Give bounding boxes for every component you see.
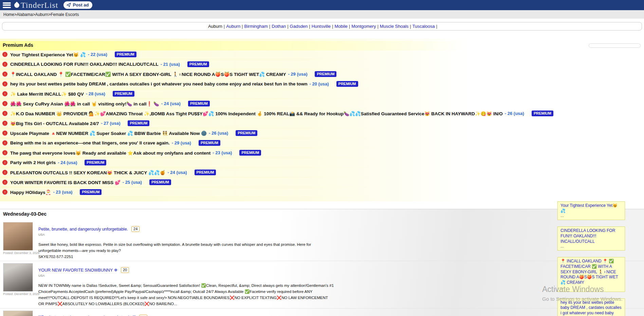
listing-location: USA [38, 274, 337, 277]
premium-ad-age-region: - 24 (usa) [58, 160, 77, 165]
listing-row: Posted: December 3, 2025 YOUR NEW FAVORI… [0, 261, 644, 308]
breadcrumb-item[interactable]: Auburn [35, 12, 48, 17]
premium-ad-link[interactable]: ✨K.O Daa NUMBER 👑 PROVIDER 💁✨💕AMAZING Th… [10, 111, 503, 116]
bump-up-icon: ↑ [2, 101, 7, 106]
sidebar-ad-link[interactable]: hey its your best wettes petite baby DRE… [560, 300, 622, 316]
city-link: Auburn [208, 24, 222, 29]
premium-ad-link[interactable]: Party with 2 Hot girls [10, 160, 56, 165]
premium-ad-link[interactable]: CINDERELLA LOOKING FOR FUN!!! OAKLAND!!!… [10, 62, 159, 67]
premium-ad-row: ↑ The pawg that everyone loves😼 Ready an… [0, 149, 644, 157]
city-link[interactable]: Tuscaloosa [412, 24, 435, 29]
hamburger-menu-icon[interactable] [3, 2, 11, 8]
age-badge: 20 [121, 267, 129, 273]
premium-ad-row: ↑ Your Tightest Experience Yet😼 💦 - 22 (… [0, 51, 644, 58]
sidebar-ad-link[interactable]: CINDERELLA LOOKING FOR FUN!!! OAKLAND!!!… [560, 228, 622, 244]
premium-badge[interactable]: PREMIUM [113, 91, 134, 97]
premium-ad-link[interactable]: Being with me is an experience—one that … [10, 140, 170, 145]
brand-logo[interactable]: TinderList [14, 1, 58, 10]
city-link[interactable]: Gadsden [290, 24, 308, 29]
listing-photo[interactable] [3, 222, 33, 251]
listing-photo[interactable] [3, 311, 33, 316]
premium-badge[interactable]: PREMIUM [239, 150, 261, 156]
premium-ad-row: ↑ ✨K.O Daa NUMBER 👑 PROVIDER 💁✨💕AMAZING … [0, 110, 644, 117]
premium-badge[interactable]: PREMIUM [128, 120, 149, 126]
listing-list: Posted: December 3, 2025 Petite, brunett… [0, 220, 644, 316]
listing-location: USA [38, 233, 337, 236]
premium-ad-link[interactable]: 🌺🌺 Sexy CuRvy Asian 🌺🌺 in call 🤘 visitin… [10, 101, 159, 106]
sidebar-ad-ellipsis: ... [560, 244, 622, 249]
premium-ad-age-region: - 26 (usa) [505, 111, 524, 116]
premium-sidebar: Your Tightest Experience Yet😼 💦 ... CIND… [557, 201, 625, 316]
bump-up-icon: ↑ [2, 52, 7, 57]
premium-badge[interactable]: PREMIUM [336, 81, 358, 87]
listing-title-link[interactable]: YOUR NEW FAVORITE SNOWBUNNY ❄ [38, 268, 117, 273]
premium-ad-link[interactable]: 😻Big Tits Girl - OUTCALL Available 24/7 [10, 121, 99, 126]
city-separator: | [410, 24, 411, 29]
premium-ad-link[interactable]: PLEASANTON OUTCALLS !! SEXY KOREAN😻 THIC… [10, 170, 165, 175]
post-ad-label: Post ad [73, 2, 89, 7]
city-link[interactable]: Muscle Shoals [380, 24, 409, 29]
premium-ad-age-region: - 29 (usa) [288, 72, 307, 77]
premium-ad-row: ↑ ✨ Lake Merritt INCALL✨ $80 QV - 28 (us… [0, 90, 644, 98]
premium-ad-link[interactable]: hey its your best wettes petite baby DRE… [10, 81, 307, 86]
city-separator: | [309, 24, 310, 29]
bump-up-icon: ↑ [2, 121, 7, 126]
premium-ad-link[interactable]: ✨ Lake Merritt INCALL✨ $80 QV [10, 91, 84, 97]
city-link[interactable]: Huntsville [312, 24, 331, 29]
premium-ad-link[interactable]: Upscale Playmate 🔺NEW NUMBER 💦 Super Soa… [10, 131, 207, 136]
city-separator: | [269, 24, 270, 29]
premium-badge[interactable]: PREMIUM [85, 160, 106, 165]
bump-up-icon: ↑ [2, 81, 7, 86]
premium-badge[interactable]: PREMIUM [195, 170, 216, 175]
sidebar-ad-ellipsis: ... [560, 214, 622, 218]
sidebar-ad-link[interactable]: 📍 INCALL OAKLAND 📍 ✅ FACETIME/CAR ✅ WITH… [560, 259, 622, 285]
sidebar-ad-box: Your Tightest Experience Yet😼 💦 ... [557, 201, 625, 220]
empty-ad-slot [589, 43, 641, 48]
city-link[interactable]: Mobile [334, 24, 347, 29]
premium-badge[interactable]: PREMIUM [149, 179, 171, 185]
city-link[interactable]: Dothan [272, 24, 286, 29]
breadcrumb-item[interactable]: Alabama [17, 12, 33, 17]
premium-badge[interactable]: PREMIUM [199, 140, 220, 146]
breadcrumb-item[interactable]: Home [3, 12, 14, 17]
premium-badge[interactable]: PREMIUM [236, 130, 257, 136]
premium-ad-row: ↑ hey its your best wettes petite baby D… [0, 80, 644, 88]
premium-ad-age-region: - 24 (usa) [167, 170, 187, 175]
premium-ad-link[interactable]: YOUR WINTER FAVORITE IS BACK DONT MISS 💕 [10, 180, 121, 185]
listing-title-link[interactable]: Petite, brunette, and dangerously unforg… [38, 227, 128, 232]
sidebar-ad-box: hey its your best wettes petite baby DRE… [557, 298, 625, 316]
premium-ad-link[interactable]: Your Tightest Experience Yet😼 💦 [10, 52, 86, 57]
city-link[interactable]: Birmingham [244, 24, 268, 29]
premium-badge[interactable]: PREMIUM [187, 61, 209, 67]
city-separator: | [377, 24, 378, 29]
premium-ad-age-region: - 28 (usa) [86, 91, 105, 96]
listing-row: Posted: December 3, 2025 Petite, brunett… [0, 220, 644, 261]
premium-badge[interactable]: PREMIUM [315, 71, 336, 77]
bump-up-icon: ↑ [2, 150, 7, 155]
listing-photo[interactable] [3, 263, 33, 292]
sidebar-ad-box: CINDERELLA LOOKING FOR FUN!!! OAKLAND!!!… [557, 226, 625, 251]
premium-ad-link[interactable]: Happy HOlidays🎅 [10, 190, 51, 195]
bump-up-icon: ↑ [2, 62, 7, 67]
premium-ad-link[interactable]: 📍INCALL OAKLAND 📍 ✅FACETIME/CAR✅ WITH A … [10, 72, 286, 77]
city-link[interactable]: Auburn [226, 24, 240, 29]
premium-badge[interactable]: PREMIUM [188, 101, 210, 106]
bump-up-icon: ↑ [2, 170, 7, 175]
premium-badge[interactable]: PREMIUM [115, 52, 136, 57]
premium-ad-age-region: - 22 (usa) [88, 52, 107, 57]
flame-icon [13, 1, 20, 8]
breadcrumb: Home >Alabama>Auburn >Female Escorts [0, 10, 644, 19]
city-link[interactable]: Montgomery [351, 24, 376, 29]
premium-ad-age-region: - 21 (usa) [161, 62, 180, 67]
premium-badge[interactable]: PREMIUM [532, 111, 553, 116]
premium-ad-row: ↑ CINDERELLA LOOKING FOR FUN!!! OAKLAND!… [0, 60, 644, 68]
sidebar-ad-link[interactable]: Your Tightest Experience Yet😼 💦 [560, 203, 622, 214]
sidebar-ad-box: 📍 INCALL OAKLAND 📍 ✅ FACETIME/CAR ✅ WITH… [557, 257, 625, 292]
premium-ad-row: ↑ Upscale Playmate 🔺NEW NUMBER 💦 Super S… [0, 129, 644, 137]
premium-badge[interactable]: PREMIUM [80, 189, 102, 195]
premium-ad-age-region: - 26 (usa) [209, 131, 228, 136]
top-bar: TinderList Post ad [0, 0, 644, 10]
premium-ad-link[interactable]: The pawg that everyone loves😼 Ready and … [10, 150, 210, 156]
post-ad-button[interactable]: Post ad [63, 1, 92, 9]
city-nav: Auburn | Auburn | Birmingham | Dothan | … [2, 22, 642, 31]
